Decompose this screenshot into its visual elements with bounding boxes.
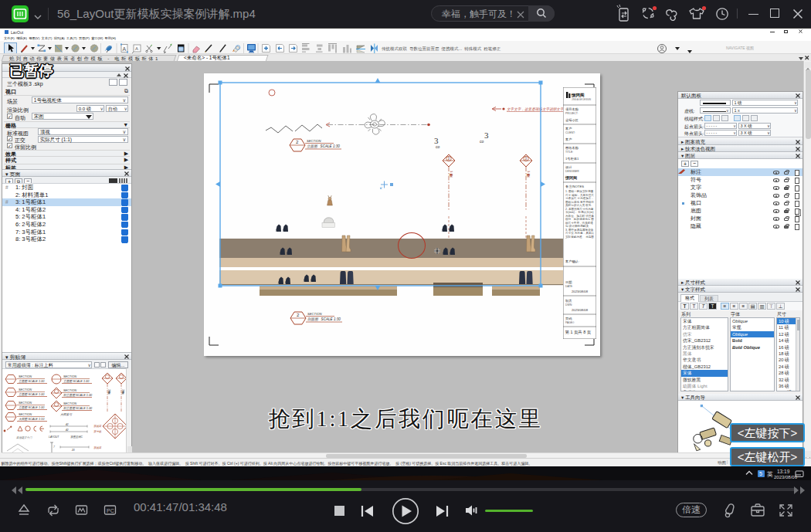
svg-text:LAYOUT: LAYOUT	[49, 435, 59, 439]
svg-text:客户确认:: 客户确认:	[565, 259, 579, 263]
svg-text:设计: 设计	[565, 165, 572, 169]
svg-text:文字文字，这里是现场文字说明文字文字: 文字文字，这里是现场文字说明文字文字	[507, 107, 571, 111]
svg-text:视图空间C: 视图空间C	[70, 435, 83, 439]
svg-text:剖立面图 SCALE 1:30: 剖立面图 SCALE 1:30	[63, 393, 93, 397]
svg-text:日期: 日期	[565, 280, 572, 284]
svg-text:米(mm)， 标高以米(m): 米(mm)， 标高以米(m)	[565, 210, 593, 214]
svg-text:客户: 客户	[565, 137, 572, 141]
svg-text:实际采购为准。 水电图: 实际采购为准。 水电图	[565, 235, 594, 239]
svg-text:及时与设计人员 联系。: 及时与设计人员 联系。	[565, 203, 594, 207]
svg-text:立面图 SCALE 1:30: 立面图 SCALE 1:30	[63, 379, 90, 383]
svg-text:核对。如发现现场与 图: 核对。如发现现场与 图	[565, 217, 594, 221]
svg-text:PROJECT:: PROJECT:	[565, 112, 578, 115]
svg-text:2. 本图所有尺寸均为毫: 2. 本图所有尺寸均为毫	[565, 207, 594, 211]
svg-text:备注/NOTES: 备注/NOTES	[565, 185, 584, 188]
svg-text:憬阿阁: 憬阿阁	[565, 175, 577, 181]
svg-text:PC: PC	[107, 508, 114, 513]
svg-text:7: 7	[53, 446, 55, 449]
svg-text:高低错开个门: 高低错开个门	[16, 436, 32, 439]
svg-text:尺寸仅 为示意，具体以: 尺寸仅 为示意，具体以	[565, 231, 594, 235]
svg-text:立面图 SCALE 1:30: 立面图 SCALE 1:30	[307, 144, 340, 148]
svg-text:剖面图 SCALE 1:30: 剖面图 SCALE 1:30	[307, 317, 341, 321]
svg-text:co: co	[480, 139, 484, 144]
svg-text:立面图 SCALE 1:30: 立面图 SCALE 1:30	[19, 392, 45, 396]
svg-text:SECTION: SECTION	[19, 375, 32, 378]
svg-text:图纸名称: 图纸名称	[565, 146, 579, 150]
svg-text:SECTION: SECTION	[63, 375, 76, 378]
svg-text:项目名称: 项目名称	[565, 107, 579, 111]
svg-text:2023/08/06: 2023/08/06	[774, 475, 798, 479]
svg-text:SECTION: SECTION	[307, 139, 322, 143]
svg-text:2023/08/08: 2023/08/08	[572, 290, 589, 293]
svg-text:纸尺寸不符，请及时通: 纸尺寸不符，请及时通	[565, 221, 593, 225]
svg-text:金福小区: 金福小区	[565, 118, 579, 122]
svg-text:立面图3: 立面图3	[526, 171, 531, 178]
svg-text:立面图3: 立面图3	[449, 171, 453, 178]
svg-text:A: A	[135, 46, 138, 51]
svg-text:制表: 制表	[565, 299, 572, 303]
svg-text:3: 3	[484, 130, 489, 140]
svg-text:第 1 页共 8 页: 第 1 页共 8 页	[565, 330, 592, 334]
svg-text:为单位。施工时 请注意: 为单位。施工时 请注意	[565, 214, 594, 218]
svg-text:SECTION: SECTION	[63, 389, 76, 392]
svg-text:A: A	[123, 46, 127, 52]
svg-text:SECTION: SECTION	[307, 312, 323, 316]
svg-text:2023/08/08: 2023/08/08	[572, 308, 589, 312]
svg-text:5: 5	[759, 471, 762, 476]
svg-text:PAGE#:: PAGE#:	[565, 321, 575, 324]
svg-text:DWN:: DWN:	[565, 303, 572, 307]
svg-text:尺寸 绘制，凡有标注尺: 尺寸 绘制，凡有标注尺	[565, 193, 594, 197]
svg-text:1号柜体1: 1号柜体1	[565, 157, 579, 161]
svg-text:1. 图纸一般按实际测量: 1. 图纸一般按实际测量	[565, 189, 594, 193]
svg-text:SECTION: SECTION	[19, 388, 32, 391]
svg-text:页码: 页码	[565, 317, 572, 320]
svg-text:知 设计师协调解决。: 知 设计师协调解决。	[565, 224, 591, 228]
svg-text:20: 20	[71, 449, 75, 452]
svg-text:图纸与现场 有不符处请: 图纸与现场 有不符处请	[565, 200, 594, 204]
svg-text:视线高: 视线高	[93, 446, 102, 449]
svg-text:CLIENT:: CLIENT:	[565, 131, 575, 134]
svg-text:JING A GE DESIGN: JING A GE DESIGN	[572, 98, 591, 101]
svg-text:co: co	[436, 144, 440, 149]
svg-text:立面图 SCALE 1:30: 立面图 SCALE 1:30	[19, 379, 45, 383]
svg-text:英: 英	[767, 471, 773, 478]
svg-text:13:19: 13:19	[777, 469, 790, 474]
svg-text:3. 图中家具电器等设备: 3. 图中家具电器等设备	[565, 228, 594, 232]
svg-text:寸者按尺 寸为准施工，: 寸者按尺 寸为准施工，	[565, 197, 594, 200]
svg-text:客户: 客户	[565, 127, 572, 130]
svg-text:TITLE:: TITLE:	[565, 151, 573, 154]
svg-text:DATE:: DATE:	[565, 285, 573, 288]
svg-text:DESIGNER: DESIGNER	[565, 170, 579, 173]
